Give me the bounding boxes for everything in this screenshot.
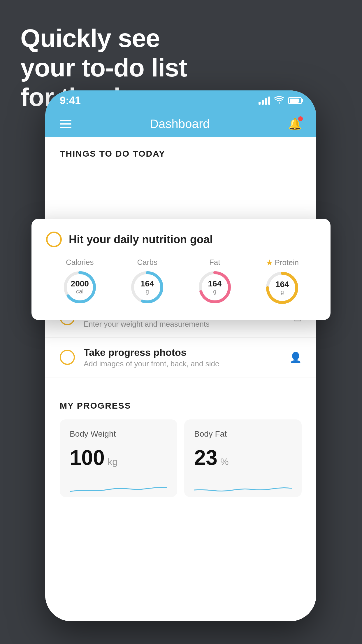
signal-icon xyxy=(259,97,270,105)
progress-section: MY PROGRESS Body Weight 100 kg Body Fat … xyxy=(45,386,316,497)
todo-subtitle-body-stats: Enter your weight and measurements xyxy=(84,320,285,329)
body-weight-sparkline xyxy=(70,478,167,496)
bell-icon[interactable]: 🔔 xyxy=(288,118,302,130)
body-weight-value-row: 100 kg xyxy=(70,446,167,470)
nutrition-item-fat: Fat 164 g xyxy=(197,258,232,305)
protein-unit: g xyxy=(275,288,289,295)
body-weight-value: 100 xyxy=(70,446,105,470)
status-bar: 9:41 xyxy=(45,90,316,111)
things-section-header: THINGS TO DO TODAY xyxy=(45,137,316,164)
todo-subtitle-photos: Add images of your front, back, and side xyxy=(84,359,281,368)
list-item[interactable]: Take progress photos Add images of your … xyxy=(45,338,316,378)
nutrition-item-calories: Calories 2000 cal xyxy=(62,258,97,305)
nutrition-card: Hit your daily nutrition goal Calories 2… xyxy=(31,219,331,320)
body-weight-card[interactable]: Body Weight 100 kg xyxy=(60,419,177,497)
nutrition-row: Calories 2000 cal Carbs xyxy=(46,258,316,305)
card-title-row: Hit your daily nutrition goal xyxy=(46,232,316,247)
content-area: THINGS TO DO TODAY Running Track your st… xyxy=(45,137,316,621)
body-fat-unit: % xyxy=(220,456,229,467)
nav-bar: Dashboard 🔔 xyxy=(45,111,316,137)
todo-title-photos: Take progress photos xyxy=(84,346,281,358)
body-fat-value: 23 xyxy=(194,446,217,470)
fat-label: Fat xyxy=(209,258,220,267)
nutrition-item-protein: ★ Protein 164 g xyxy=(265,258,300,305)
carbs-label: Carbs xyxy=(137,258,157,267)
hamburger-button[interactable] xyxy=(60,120,71,128)
photo-icon: 👤 xyxy=(289,351,302,363)
protein-label: ★ Protein xyxy=(266,258,299,267)
carbs-value: 164 xyxy=(140,280,154,288)
body-fat-label: Body Fat xyxy=(194,429,292,439)
nav-title: Dashboard xyxy=(150,117,210,131)
fat-donut: 164 g xyxy=(197,270,232,305)
carbs-donut: 164 g xyxy=(130,270,165,305)
wifi-icon xyxy=(274,96,284,106)
protein-value: 164 xyxy=(275,280,289,288)
battery-icon xyxy=(288,97,302,104)
calories-value: 2000 xyxy=(71,280,89,288)
star-icon: ★ xyxy=(266,258,273,267)
status-icons xyxy=(259,96,302,106)
body-fat-sparkline xyxy=(194,478,292,496)
body-fat-card[interactable]: Body Fat 23 % xyxy=(184,419,302,497)
body-weight-label: Body Weight xyxy=(70,429,167,439)
fat-value: 164 xyxy=(208,280,222,288)
progress-title: MY PROGRESS xyxy=(60,401,302,411)
calories-donut: 2000 cal xyxy=(62,270,97,305)
body-weight-unit: kg xyxy=(108,456,117,467)
nutrition-item-carbs: Carbs 164 g xyxy=(130,258,165,305)
card-check-circle xyxy=(46,232,62,247)
calories-unit: cal xyxy=(71,288,89,295)
protein-donut: 164 g xyxy=(265,270,300,305)
carbs-unit: g xyxy=(140,288,154,295)
phone-frame: 9:41 Dashb xyxy=(45,90,316,621)
body-fat-value-row: 23 % xyxy=(194,446,292,470)
progress-cards: Body Weight 100 kg Body Fat 23 % xyxy=(60,419,302,497)
fat-unit: g xyxy=(208,288,222,295)
todo-circle-photos xyxy=(60,350,75,365)
notification-dot xyxy=(298,116,303,121)
status-time: 9:41 xyxy=(60,94,81,107)
calories-label: Calories xyxy=(66,258,94,267)
card-title: Hit your daily nutrition goal xyxy=(69,233,213,246)
todo-text-photos: Take progress photos Add images of your … xyxy=(84,346,281,369)
